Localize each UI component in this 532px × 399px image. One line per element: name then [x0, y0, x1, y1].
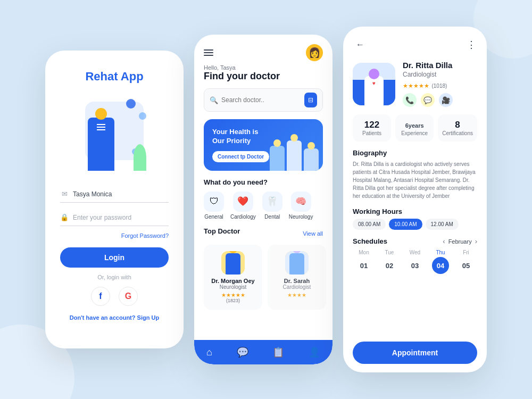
more-options-button[interactable]: ⋮ [467, 39, 477, 51]
doctor-hero-specialty: Cardiologist [403, 71, 477, 78]
user-avatar[interactable] [306, 44, 323, 61]
message-button[interactable]: 💬 [421, 93, 435, 107]
back-button[interactable]: ← [353, 37, 368, 52]
banner-illustration [270, 140, 319, 171]
schedules-section: Schedules ‹ February › Mon 01 Tue 02 Wed… [353, 237, 477, 274]
nav-chat[interactable]: 💬 [237, 346, 248, 358]
next-month-button[interactable]: › [475, 237, 477, 245]
doctor-stars: ★★★★★ [403, 82, 429, 89]
login-illustration [72, 96, 157, 171]
hour-badge-2[interactable]: 12.00 AM [426, 219, 459, 230]
bottom-navigation: ⌂ 💬 📋 👤 [194, 340, 332, 364]
forgot-password-link[interactable]: Forgot Password? [60, 232, 169, 239]
day-mon[interactable]: Mon 01 [353, 250, 375, 274]
cardiology-icon: ❤️ [233, 192, 253, 212]
signup-link[interactable]: Sign Up [137, 314, 160, 321]
day-fri[interactable]: Fri 05 [455, 250, 477, 274]
doc-figure-1 [270, 146, 285, 171]
email-icon: ✉ [60, 190, 69, 198]
working-hours-section: Working Hours 08.00 AM 10.00 AM 12.00 AM [353, 207, 477, 230]
hour-badge-1[interactable]: 10.00 AM [389, 219, 422, 230]
doctor-cards-row: Dr. Morgan Oey Neurologist ★★★★★ (1823) … [194, 245, 332, 310]
stat-patients: 122 Patients [353, 114, 391, 142]
or-login-text: Or, login with [60, 274, 169, 280]
working-hours-title: Working Hours [353, 207, 477, 215]
search-input[interactable] [221, 96, 301, 104]
facebook-login-button[interactable]: f [91, 287, 110, 306]
username-input[interactable] [73, 190, 169, 198]
current-month: February [448, 238, 472, 245]
experience-number: 6years [400, 120, 429, 130]
password-input[interactable] [73, 214, 169, 221]
biography-text: Dr. Ritta Dilla is a cardiologist who ac… [353, 160, 477, 200]
certifications-label: Certifications [442, 130, 473, 136]
certifications-number: 8 [442, 120, 473, 130]
day-wed[interactable]: Wed 03 [404, 250, 426, 274]
illus-doctor-figure [88, 118, 114, 171]
login-button[interactable]: Login [60, 247, 169, 268]
doctor-avatar-2 [285, 251, 309, 275]
doctor-name-1: Dr. Morgan Oey [211, 278, 254, 284]
stats-row: 122 Patients 6years Experience 8 Certifi… [353, 114, 477, 142]
doctor-hero-avatar [353, 63, 395, 105]
doctor-specialty-2: Cardiologist [283, 284, 311, 290]
day-tue[interactable]: Tue 02 [378, 250, 401, 274]
page-title: Find your doctor [204, 71, 323, 82]
social-login-buttons: f G [60, 287, 169, 306]
illus-circle-1 [126, 99, 136, 109]
nav-records[interactable]: 📋 [272, 346, 284, 358]
nav-profile[interactable]: 👤 [309, 346, 320, 358]
connect-doctor-button[interactable]: Connect tp Doctor [212, 151, 269, 162]
category-dental[interactable]: 🦷 Dental [262, 192, 282, 220]
day-thu[interactable]: Thu 04 [429, 250, 452, 274]
doctor-name-2: Dr. Sarah [284, 278, 310, 284]
hour-badge-0[interactable]: 08.00 AM [353, 219, 386, 230]
search-icon: 🔍 [210, 96, 218, 104]
doctor-reviews: (1018) [431, 83, 447, 89]
video-call-button[interactable]: 🎥 [439, 93, 453, 107]
cardiology-label: Cardiology [230, 214, 256, 220]
stat-experience: 6years Experience [395, 114, 434, 142]
patients-label: Patients [357, 130, 387, 136]
google-login-button[interactable]: G [119, 287, 138, 306]
doctor-hero-name: Dr. Ritta Dilla [403, 61, 477, 70]
biography-title: Biography [353, 149, 477, 157]
phone-call-button[interactable]: 📞 [403, 93, 417, 107]
categories-row: 🛡 General ❤️ Cardiology 🦷 Dental 🧠 Neuro… [194, 192, 332, 220]
dental-label: Dental [264, 214, 280, 220]
category-general[interactable]: 🛡 General [204, 192, 224, 220]
illus-plant [134, 144, 146, 171]
doctor-card-2[interactable]: Dr. Sarah Cardiologist ★★★★ [268, 245, 326, 310]
view-all-link[interactable]: View all [303, 230, 323, 237]
general-label: General [204, 214, 223, 220]
top-bar [204, 44, 323, 61]
login-form: ✉ 🔒 Forgot Password? Login Or, login wit… [60, 186, 169, 321]
menu-button[interactable] [204, 49, 213, 56]
search-bar: 🔍 ⊟ [204, 88, 323, 112]
doctor-card-1[interactable]: Dr. Morgan Oey Neurologist ★★★★★ (1823) [204, 245, 262, 310]
filter-button[interactable]: ⊟ [304, 93, 317, 107]
dental-icon: 🦷 [262, 192, 282, 212]
neurology-label: Neurology [289, 214, 313, 220]
what-section-label: What do you need? [194, 178, 332, 186]
month-navigation: ‹ February › [443, 237, 477, 245]
top-doctor-header: Top Doctor View all [194, 227, 332, 240]
general-icon: 🛡 [204, 192, 224, 212]
schedules-title: Schedules [353, 237, 387, 245]
doctor-stars-2: ★★★★ [287, 292, 306, 298]
category-cardiology[interactable]: ❤️ Cardiology [230, 192, 256, 220]
doc-figure-3 [304, 148, 319, 171]
doctor-avatar-1 [221, 251, 245, 275]
appointment-button[interactable]: Appointment [353, 342, 477, 364]
days-row: Mon 01 Tue 02 Wed 03 Thu 04 Fri 05 [353, 250, 477, 274]
signup-prompt: Don't have an account? Sign Up [60, 314, 169, 321]
category-neurology[interactable]: 🧠 Neurology [289, 192, 313, 220]
experience-unit: years [409, 122, 424, 129]
experience-label: Experience [400, 130, 429, 136]
doctor-detail-screen: ← ⋮ Dr. Ritta Dilla Cardiologist ★★★★★ (… [343, 27, 487, 372]
username-field-group: ✉ [60, 186, 169, 203]
prev-month-button[interactable]: ‹ [443, 237, 445, 245]
login-screen: Rehat App ✉ 🔒 Forgot Password? Login Or,… [45, 51, 184, 348]
nav-home[interactable]: ⌂ [206, 347, 212, 358]
schedules-header: Schedules ‹ February › [353, 237, 477, 245]
